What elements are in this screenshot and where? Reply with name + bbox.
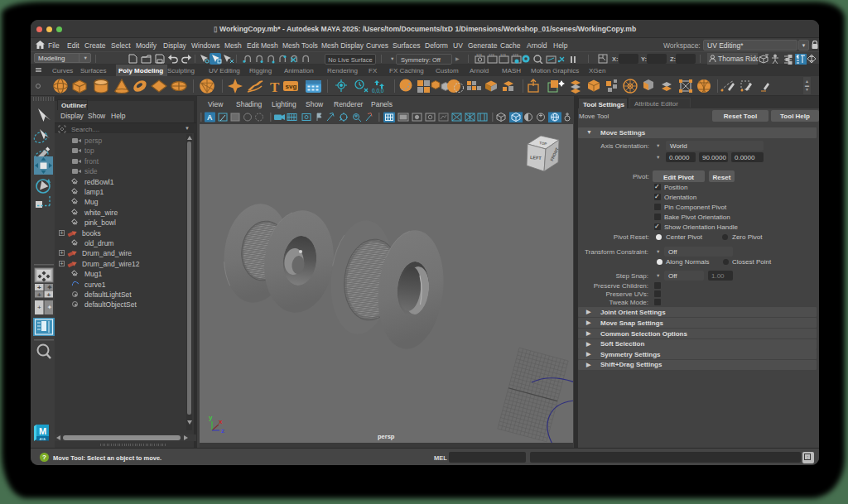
svg-text:+: +	[37, 304, 41, 311]
svg-text:LEFT: LEFT	[530, 155, 542, 161]
svg-text:123: 123	[500, 54, 506, 57]
svg-text:T: T	[270, 79, 280, 95]
svg-text:AYA: AYA	[40, 437, 46, 441]
svg-text:svg: svg	[286, 83, 297, 90]
svg-text:y: y	[209, 414, 213, 421]
svg-text:x: x	[219, 418, 223, 425]
svg-text:0,0,0: 0,0,0	[372, 88, 384, 94]
svg-text:M: M	[39, 426, 46, 436]
svg-text:+: +	[47, 291, 51, 299]
svg-text:A: A	[207, 113, 213, 122]
svg-text:✦: ✦	[47, 304, 53, 311]
svg-text:+: +	[37, 291, 41, 299]
svg-text:persp: persp	[378, 433, 395, 440]
svg-text:123: 123	[489, 54, 494, 57]
svg-text:z: z	[221, 427, 224, 434]
svg-text:123: 123	[513, 54, 518, 57]
svg-text:123: 123	[476, 54, 482, 57]
